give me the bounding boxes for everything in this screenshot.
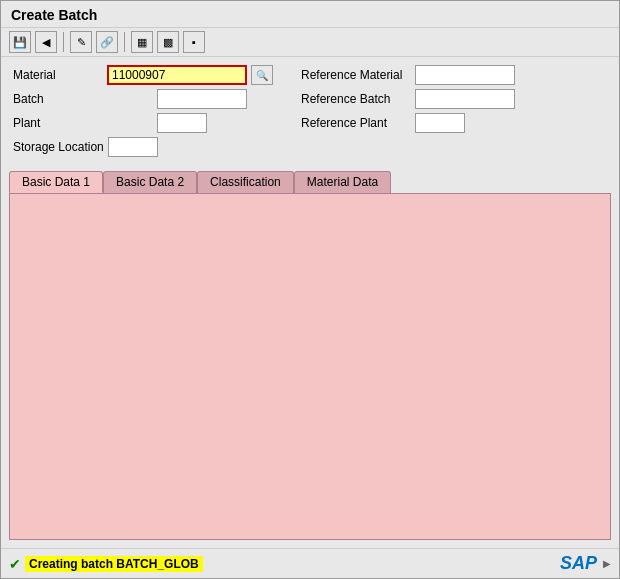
search-icon: 🔍 — [256, 70, 268, 81]
material-right: Reference Material — [301, 65, 607, 85]
tab-basic-data-2[interactable]: Basic Data 2 — [103, 171, 197, 193]
page-title: Create Batch — [11, 7, 609, 23]
tab-material-data-label: Material Data — [307, 175, 378, 189]
copy2-button[interactable]: ▩ — [157, 31, 179, 53]
material-input[interactable] — [107, 65, 247, 85]
batch-label: Batch — [13, 92, 103, 106]
plant-row: Plant Reference Plant — [13, 113, 607, 133]
status-bar: ✔ Creating batch BATCH_GLOB SAP ▶ — [1, 548, 619, 578]
material-row: Material 🔍 Reference Material — [13, 65, 607, 85]
status-left: ✔ Creating batch BATCH_GLOB — [9, 556, 203, 572]
info-button[interactable]: ▪ — [183, 31, 205, 53]
tab-classification[interactable]: Classification — [197, 171, 294, 193]
storage-label: Storage Location — [13, 140, 104, 154]
batch-input[interactable] — [157, 89, 247, 109]
form-area: Material 🔍 Reference Material Batch — [1, 57, 619, 165]
sap-logo: SAP — [560, 553, 597, 574]
edit-button[interactable]: ✎ — [70, 31, 92, 53]
ref-material-input[interactable] — [415, 65, 515, 85]
batch-row: Batch Reference Batch — [13, 89, 607, 109]
save-icon: 💾 — [13, 36, 27, 49]
tab-basic-data-1-label: Basic Data 1 — [22, 175, 90, 189]
separator-1 — [63, 32, 64, 52]
batch-left: Batch — [13, 89, 293, 109]
plant-left: Plant — [13, 113, 293, 133]
tab-classification-label: Classification — [210, 175, 281, 189]
tab-material-data[interactable]: Material Data — [294, 171, 391, 193]
material-search-button[interactable]: 🔍 — [251, 65, 273, 85]
copy1-icon: ▦ — [137, 36, 147, 49]
tabs: Basic Data 1 Basic Data 2 Classification… — [9, 171, 611, 193]
chain-button[interactable]: 🔗 — [96, 31, 118, 53]
tabs-area: Basic Data 1 Basic Data 2 Classification… — [1, 171, 619, 193]
back-icon: ◀ — [42, 36, 50, 49]
info-icon: ▪ — [192, 36, 196, 48]
back-button[interactable]: ◀ — [35, 31, 57, 53]
form-rows: Material 🔍 Reference Material Batch — [13, 65, 607, 157]
ref-batch-label: Reference Batch — [301, 92, 411, 106]
separator-2 — [124, 32, 125, 52]
toolbar: 💾 ◀ ✎ 🔗 ▦ ▩ ▪ — [1, 28, 619, 57]
ref-plant-input[interactable] — [415, 113, 465, 133]
ref-material-label: Reference Material — [301, 68, 411, 82]
status-message: Creating batch BATCH_GLOB — [25, 556, 203, 572]
title-bar: Create Batch — [1, 1, 619, 28]
copy2-icon: ▩ — [163, 36, 173, 49]
storage-input[interactable] — [108, 137, 158, 157]
material-label: Material — [13, 68, 103, 82]
plant-input[interactable] — [157, 113, 207, 133]
copy1-button[interactable]: ▦ — [131, 31, 153, 53]
storage-left: Storage Location — [13, 137, 293, 157]
chain-icon: 🔗 — [100, 36, 114, 49]
tab-content-area — [9, 193, 611, 540]
plant-label: Plant — [13, 116, 103, 130]
material-left: Material 🔍 — [13, 65, 293, 85]
scroll-right-icon[interactable]: ▶ — [603, 558, 611, 569]
save-button[interactable]: 💾 — [9, 31, 31, 53]
ref-batch-input[interactable] — [415, 89, 515, 109]
plant-right: Reference Plant — [301, 113, 607, 133]
storage-row: Storage Location — [13, 137, 607, 157]
status-check-icon: ✔ — [9, 556, 21, 572]
batch-right: Reference Batch — [301, 89, 607, 109]
tab-basic-data-1[interactable]: Basic Data 1 — [9, 171, 103, 193]
tab-basic-data-2-label: Basic Data 2 — [116, 175, 184, 189]
ref-plant-label: Reference Plant — [301, 116, 411, 130]
main-window: Create Batch 💾 ◀ ✎ 🔗 ▦ ▩ ▪ — [0, 0, 620, 579]
pencil-icon: ✎ — [77, 36, 86, 49]
